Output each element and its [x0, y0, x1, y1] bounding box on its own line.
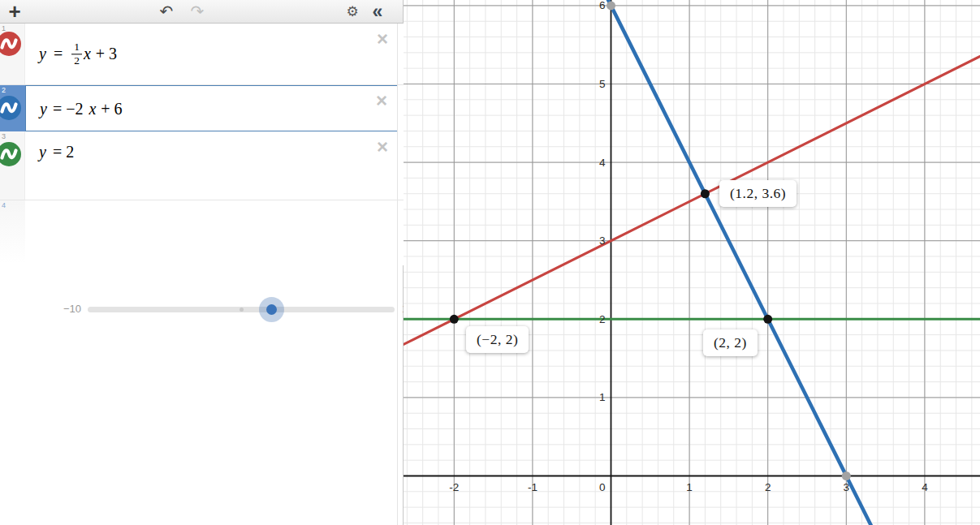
curve-color-icon[interactable] — [0, 142, 21, 166]
expression-gutter[interactable]: 3 — [0, 131, 25, 200]
row-number: 2 — [2, 86, 6, 94]
slider-zero-marker — [240, 308, 244, 312]
row-number: 4 — [2, 201, 6, 209]
graph-paper: -2-101234123456 (1.2, 3.6) (−2, 2) (2, 2… — [404, 0, 980, 525]
expression-input[interactable]: y = 1 2 x + 3 × — [25, 24, 398, 84]
expression-panel: + ↶ ↷ ⚙ « 1 y = 1 2 — [0, 0, 404, 525]
expression-row-selected: 2 y = −2 x + 6 × — [0, 85, 404, 131]
math-rest: + 6 — [101, 99, 122, 118]
delete-expression-icon[interactable]: × — [373, 30, 391, 48]
svg-text:1: 1 — [686, 481, 693, 493]
expression-input[interactable]: y = −2 x + 6 × — [25, 85, 398, 131]
collapse-panel-icon[interactable]: « — [365, 0, 390, 23]
math-rest: = 2 — [53, 143, 74, 161]
expression-input[interactable]: y = 2 × −10 10 — [25, 131, 398, 200]
svg-text:4: 4 — [922, 481, 928, 493]
delete-expression-icon[interactable]: × — [373, 92, 391, 110]
point-label: (2, 2) — [703, 329, 758, 356]
svg-text:3: 3 — [844, 481, 850, 493]
math-var: x — [84, 45, 91, 63]
redo-icon: ↷ — [185, 0, 209, 23]
desmos-app: + ↶ ↷ ⚙ « 1 y = 1 2 — [0, 0, 980, 525]
point-label: (1.2, 3.6) — [719, 180, 797, 207]
svg-text:3: 3 — [599, 235, 606, 247]
expression-gutter[interactable]: 1 — [0, 24, 25, 84]
undo-icon[interactable]: ↶ — [154, 0, 179, 23]
expression-math: y = 1 2 x + 3 — [39, 41, 117, 67]
add-expression-button[interactable]: + — [3, 0, 26, 23]
graph-canvas[interactable]: -2-101234123456 — [404, 0, 980, 525]
math-fraction: 1 2 — [71, 41, 82, 67]
slider-min-label[interactable]: −10 — [55, 303, 81, 315]
curve-color-icon[interactable] — [0, 96, 21, 120]
svg-text:5: 5 — [599, 78, 606, 90]
expression-math: y = 2 — [39, 143, 74, 161]
fraction-numerator: 1 — [71, 41, 82, 54]
expression-math: y = −2 x + 6 — [40, 99, 123, 118]
empty-expression-row[interactable]: 4 — [0, 200, 404, 265]
expression-row: 3 y = 2 × −10 10 — [0, 131, 404, 200]
svg-text:0: 0 — [599, 481, 606, 493]
math-var: y — [39, 45, 46, 63]
slider-handle[interactable] — [259, 297, 284, 322]
svg-text:6: 6 — [599, 0, 606, 11]
math-op: = −2 — [53, 99, 84, 118]
math-var: y — [39, 143, 46, 161]
row-number: 3 — [2, 132, 6, 140]
expression-gutter[interactable]: 2 — [0, 85, 25, 131]
panel-divider — [397, 24, 398, 525]
point-label: (−2, 2) — [466, 326, 529, 353]
svg-text:2: 2 — [765, 481, 771, 493]
expression-gutter: 4 — [0, 200, 25, 264]
svg-text:4: 4 — [599, 157, 606, 169]
slider-handle-dot — [266, 304, 277, 315]
expression-toolbar: + ↶ ↷ ⚙ « — [0, 0, 403, 24]
svg-text:-2: -2 — [449, 481, 459, 493]
svg-text:2: 2 — [599, 313, 606, 325]
math-var: x — [89, 99, 96, 118]
expression-row: 1 y = 1 2 x + 3 × — [0, 24, 404, 85]
gear-icon[interactable]: ⚙ — [341, 0, 364, 23]
curve-color-icon[interactable] — [0, 32, 21, 56]
svg-text:-1: -1 — [528, 481, 537, 493]
delete-expression-icon[interactable]: × — [373, 138, 391, 156]
fraction-denominator: 2 — [74, 54, 80, 67]
svg-text:1: 1 — [599, 391, 606, 403]
math-rest: + 3 — [96, 45, 117, 63]
math-var: y — [40, 99, 47, 118]
math-op: = — [54, 45, 63, 63]
